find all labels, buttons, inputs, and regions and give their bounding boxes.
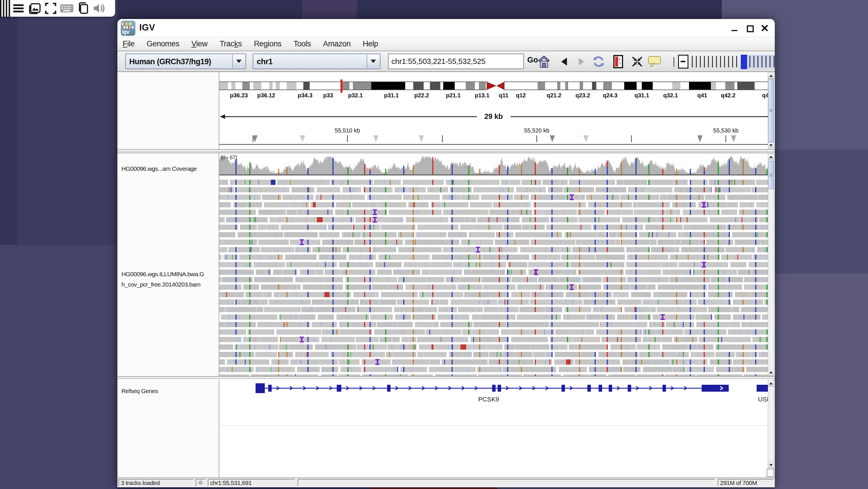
gene-exon [628,385,631,392]
chromosome-band-label: p36.12 [257,92,275,98]
gene-exon [337,385,341,392]
coverage-track-label[interactable]: HG00096.wgs...am Coverage [121,165,197,172]
alignment-track-label-line1[interactable]: HG00096.wgs.ILLUMINA.bwa.G [121,271,204,278]
gene-name-label: PCSK9 [478,396,499,403]
chromosome-band [592,82,596,90]
track-divider [219,425,774,426]
minimize-button[interactable] [731,24,739,32]
alignment-track-label-line2[interactable]: h_cov_pcr_free.20140203.bam [121,281,200,288]
gene-track[interactable]: PCSK9USP24 [219,380,774,478]
keyboard-icon[interactable] [59,2,75,15]
menu-item-tracks[interactable]: Tracks [220,39,242,48]
clipboard-icon[interactable] [75,2,91,15]
panel-splitter[interactable] [117,149,775,153]
alignment-scrollbar[interactable] [768,154,774,376]
refresh-icon[interactable] [592,55,606,68]
ideogram-scrollbar[interactable] [768,73,774,149]
scroll-up-icon[interactable] [768,154,774,160]
vnc-control-bar [0,0,115,17]
drag-handle-icon[interactable] [0,0,10,17]
scrollbar-thumb[interactable] [768,79,774,142]
zoom-slider-thumb[interactable] [741,55,747,69]
scroll-up-icon[interactable] [768,73,774,79]
alignment-panel[interactable] [219,153,774,376]
home-icon[interactable] [537,55,551,68]
zoom-slider-ticks-active[interactable] [748,55,775,68]
forward-icon[interactable] [575,55,588,68]
gene-exon [599,385,602,392]
scroll-down-icon[interactable] [768,462,774,468]
chromosome-band-label: q41 [698,92,707,98]
genes-scrollbar[interactable] [768,380,774,468]
alignment-canvas[interactable] [219,153,774,376]
title-bar[interactable]: igv IGV [117,19,775,37]
menu-item-amazon[interactable]: Amazon [323,39,350,48]
chromosome-band [242,82,250,90]
popup-text-icon[interactable] [648,55,661,68]
menu-item-tools[interactable]: Tools [293,39,311,48]
back-icon[interactable] [557,55,571,68]
chromosome-band-label: q32.1 [663,92,678,98]
chromosome-select[interactable]: chr1 [253,54,380,69]
scroll-up-icon[interactable] [768,380,774,386]
region-marker-icon [698,135,703,142]
chromosome-band [711,82,716,90]
fullscreen-icon[interactable] [42,2,59,15]
cursor-position-status: chr1:55,531,691 [208,479,295,486]
chromosome-band-label: p22.2 [414,92,429,98]
zoom-out-icon[interactable] [678,55,688,68]
chromosome-select-arrow[interactable] [367,55,379,68]
gene-exon [702,385,729,392]
chromosome-band [303,82,310,90]
define-region-icon[interactable] [611,55,625,68]
scroll-down-icon[interactable] [768,370,774,376]
status-message [298,479,715,486]
centromere [487,82,496,90]
region-marker-icon [550,135,555,142]
chromosome-band [537,82,545,90]
desktop-background [302,0,357,20]
fit-to-window-icon[interactable] [630,55,644,68]
chromosome-band-label: q23.2 [575,92,590,98]
locus-input[interactable] [388,54,524,69]
genes-track-label[interactable]: Refseq Genes [121,387,158,395]
menu-item-view[interactable]: View [191,39,208,48]
chromosome-band-label: p34.3 [298,92,312,98]
close-button[interactable] [761,24,768,32]
menu-item-regions[interactable]: Regions [254,39,281,48]
audio-icon[interactable] [91,2,107,15]
gene-exon [255,383,265,393]
genome-select-arrow[interactable] [232,55,245,68]
memory-status: 291M of 700M [718,479,774,486]
status-indicator-box [196,479,206,486]
menu-item-genomes[interactable]: Genomes [147,39,180,48]
chromosome-band-label: p36.23 [230,92,248,98]
screenshot-icon[interactable] [27,2,42,15]
genes-panel[interactable]: PCSK9USP24 [219,380,774,478]
menu-item-file[interactable]: File [123,39,135,48]
chromosome-ideogram[interactable]: p36.23p36.12p34.3p33p32.1p31.1p22.2p21.1… [219,72,774,149]
gene-exon [662,385,666,392]
toolbar-separator [674,57,674,67]
scrollbar-thumb[interactable] [768,161,774,189]
chromosome-band-label: q24.3 [603,92,617,98]
menu-item-help[interactable]: Help [363,39,378,48]
chromosome-band-label: q11 [499,92,508,98]
scrollbar-corner [767,469,774,477]
region-marker-icon [300,135,305,142]
gene-exon [268,385,272,392]
menu-icon[interactable] [10,2,27,15]
chromosome-band [565,82,568,90]
arrow-left-icon [220,114,225,119]
scroll-down-icon[interactable] [768,142,774,148]
maximize-button[interactable] [746,24,753,32]
chromosome-band-label: p13.1 [474,92,489,98]
zoom-slider-ticks[interactable] [692,56,740,67]
ideogram-ruler-panel[interactable]: p36.23p36.12p34.3p33p32.1p31.1p22.2p21.1… [219,72,774,149]
chromosome-band [353,82,371,90]
desktop-background [0,0,17,259]
chromosome-band-label: q31.1 [634,92,649,98]
ruler-tick-label: 55,530 kb [713,127,739,134]
genome-select[interactable]: Human (GRCh37/hg19) [125,54,246,69]
chromosome-band [413,82,424,90]
